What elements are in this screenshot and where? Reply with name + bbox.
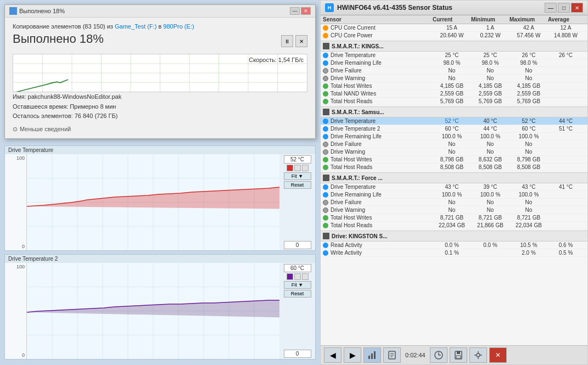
section-icon xyxy=(323,233,329,239)
sensor-max: 2,559 GB xyxy=(509,91,548,97)
table-row[interactable]: Total Host Reads 5,769 GB 5,769 GB 5,769… xyxy=(321,98,587,105)
hwinfo-minimize-button[interactable]: — xyxy=(545,3,557,13)
sensor-icon-blue xyxy=(323,243,328,248)
table-row[interactable]: Drive Remaining Life 100.0 % 100.0 % 100… xyxy=(321,133,587,141)
copy-line1: Копирование элементов (83 150) из Game_T… xyxy=(13,23,307,30)
hwinfo-content[interactable]: CPU Core Current 15 A 1 A 42 A 12 A CPU … xyxy=(321,24,587,345)
sensor-current: 98.0 % xyxy=(433,60,471,66)
sensor-icon-gray xyxy=(323,68,328,74)
pause-button[interactable]: ⏸ xyxy=(281,35,293,47)
table-row[interactable]: Write Activity 0.1 % 2.0 % 0.5 % xyxy=(321,249,587,257)
chart2-title: Drive Temperature 2 xyxy=(5,255,315,263)
source-path[interactable]: Game_Test (F:) xyxy=(115,23,156,30)
sensor-current: 52 °C xyxy=(433,118,471,124)
sensor-graph-button[interactable] xyxy=(363,347,381,363)
sensor-label: Drive Remaining Life xyxy=(331,60,382,66)
sensor-min: 4,185 GB xyxy=(471,83,509,89)
table-row[interactable]: Read Activity 0.0 % 0.0 % 10.5 % 0.6 % xyxy=(321,242,587,249)
sensor-max: 8,798 GB xyxy=(509,156,548,162)
sensor-icon-green xyxy=(323,215,328,221)
sensor-graph-icon xyxy=(367,350,377,360)
col-maximum: Maximum xyxy=(509,16,548,23)
close-dialog-button[interactable]: ✕ xyxy=(301,7,311,15)
table-row[interactable]: Drive Temperature 52 °C 40 °C 52 °C 44 °… xyxy=(321,117,587,125)
sensor-label: Total Host Reads xyxy=(331,222,372,228)
table-row[interactable]: Drive Remaining Life 98.0 % 98.0 % 98.0 … xyxy=(321,59,587,67)
chart1-fit-button[interactable]: Fit ▼ xyxy=(284,172,311,180)
clock-icon xyxy=(434,350,444,360)
table-row[interactable]: Drive Temperature 43 °C 39 °C 43 °C 41 °… xyxy=(321,183,587,191)
cancel-button[interactable]: ✕ xyxy=(295,35,307,47)
table-row[interactable]: Total NAND Writes 2,559 GB 2,559 GB 2,55… xyxy=(321,90,587,98)
sensor-max: 4,185 GB xyxy=(509,83,548,89)
sensor-max: 52 °C xyxy=(509,118,548,124)
items-left: Осталось элементов: 76 840 (726 ГБ) xyxy=(13,111,307,121)
table-row[interactable]: CPU Core Current 15 A 1 A 42 A 12 A xyxy=(321,24,587,32)
sensor-icon-blue xyxy=(323,119,328,124)
more-details-toggle[interactable]: ⊙ Меньше сведений xyxy=(13,126,307,133)
minimize-button[interactable]: — xyxy=(290,7,300,15)
sensor-current: 22,034 GB xyxy=(433,222,471,228)
sensor-label: Drive Failure xyxy=(331,68,362,74)
sensor-icon-blue xyxy=(323,126,328,132)
chart2-color2 xyxy=(294,273,301,280)
sensor-name: Drive Remaining Life xyxy=(323,192,433,198)
svg-rect-52 xyxy=(457,351,460,354)
table-row[interactable]: Drive Warning No No No xyxy=(321,75,587,82)
table-row[interactable]: Drive Failure No No No xyxy=(321,67,587,75)
table-row[interactable]: Total Host Reads 8,508 GB 8,508 GB 8,508… xyxy=(321,164,587,171)
back-button[interactable]: ◀ xyxy=(324,347,341,363)
table-row[interactable]: Drive Warning No No No xyxy=(321,148,587,156)
charts-area: Drive Temperature 100 0 xyxy=(0,143,320,365)
sensor-label: CPU Core Current xyxy=(331,25,376,31)
table-row[interactable]: Drive Temperature 25 °C 25 °C 26 °C 26 °… xyxy=(321,52,587,59)
sensor-name: Total Host Reads xyxy=(323,222,433,228)
chart2-reset-button[interactable]: Reset xyxy=(284,290,311,297)
sensor-min: 100.0 % xyxy=(471,133,509,139)
sensor-avg: 41 °C xyxy=(548,184,584,190)
hwinfo-toolbar-close-button[interactable]: ✕ xyxy=(489,347,507,363)
chart2-color-boxes xyxy=(287,273,309,280)
sensor-label: Total Host Writes xyxy=(331,156,372,162)
sensor-avg: 26 °C xyxy=(548,52,584,58)
table-row[interactable]: Total Host Writes 8,798 GB 8,632 GB 8,79… xyxy=(321,156,587,164)
sensor-max: 2.0 % xyxy=(509,250,548,256)
sensor-name: Drive Failure xyxy=(323,68,433,74)
settings-button[interactable] xyxy=(469,347,487,363)
hwinfo-close-button[interactable]: ✕ xyxy=(571,3,583,13)
table-row[interactable]: Drive Remaining Life 100.0 % 100.0 % 100… xyxy=(321,191,587,199)
table-row[interactable]: Drive Temperature 2 60 °C 44 °C 60 °C 51… xyxy=(321,125,587,133)
sensor-name: Total Host Reads xyxy=(323,164,433,170)
col-current: Current xyxy=(433,16,471,23)
table-row[interactable]: Drive Warning No No No xyxy=(321,206,587,214)
sensor-min: 21,866 GB xyxy=(471,222,509,228)
sensor-label: Drive Remaining Life xyxy=(331,133,382,139)
section-header-kings: S.M.A.R.T.: KINGS... xyxy=(321,41,587,52)
sensor-min: 8,721 GB xyxy=(471,215,509,221)
svg-point-54 xyxy=(477,353,480,357)
hwinfo-controls: — □ ✕ xyxy=(545,3,583,13)
sensor-label: Drive Temperature 2 xyxy=(331,126,380,132)
hwinfo-maximize-button[interactable]: □ xyxy=(558,3,570,13)
sensor-current: No xyxy=(433,75,471,81)
sensor-name: Drive Failure xyxy=(323,141,433,147)
chart2-fit-button[interactable]: Fit ▼ xyxy=(284,281,311,289)
table-row[interactable]: Total Host Reads 22,034 GB 21,866 GB 22,… xyxy=(321,222,587,229)
forward-button[interactable]: ▶ xyxy=(344,347,361,363)
chart1-container: Drive Temperature 100 0 xyxy=(4,145,316,251)
report-button[interactable] xyxy=(383,347,401,363)
table-row[interactable]: Total Host Writes 8,721 GB 8,721 GB 8,72… xyxy=(321,214,587,222)
sensor-label: Total Host Reads xyxy=(331,98,372,104)
save-button[interactable] xyxy=(450,347,467,363)
table-row[interactable]: Drive Failure No No No xyxy=(321,199,587,206)
sensor-avg: 0.5 % xyxy=(548,250,584,256)
table-row[interactable]: Drive Failure No No No xyxy=(321,141,587,148)
sensor-icon-green xyxy=(323,83,328,89)
sensor-label: Total Host Reads xyxy=(331,164,372,170)
dest-path[interactable]: 980Pro (E:) xyxy=(163,23,194,30)
table-row[interactable]: Total Host Writes 4,185 GB 4,185 GB 4,18… xyxy=(321,82,587,90)
clock-button[interactable] xyxy=(430,347,447,363)
table-row[interactable]: CPU Core Power 20.640 W 0.232 W 57.456 W… xyxy=(321,32,587,40)
sensor-name: Total Host Writes xyxy=(323,83,433,89)
chart1-reset-button[interactable]: Reset xyxy=(284,181,311,189)
